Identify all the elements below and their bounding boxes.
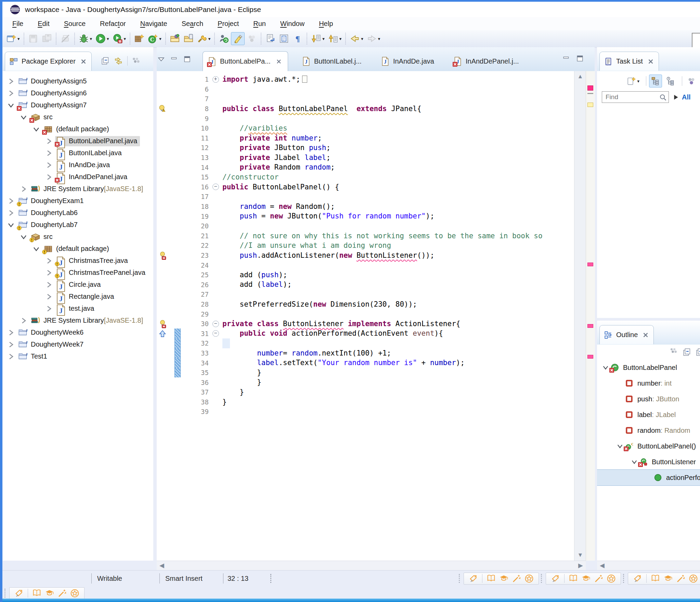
- overview-marker-pinksq[interactable]: [587, 85, 593, 91]
- chevron-right-icon[interactable]: [8, 198, 14, 204]
- code-text[interactable]: [222, 94, 230, 104]
- code-text[interactable]: private JLabel label;: [222, 153, 230, 163]
- tree-item-doughertylab7[interactable]: JDoughertyLab7: [3, 219, 153, 231]
- tree-item-rectangle-java[interactable]: JRectangle.java: [3, 291, 153, 303]
- tree-item-body[interactable]: Jtest.java: [55, 304, 97, 314]
- fold-column[interactable]: −: [209, 330, 222, 337]
- tree-item-jre-system-library[interactable]: JRE System Library [JavaSE-1.8]: [3, 183, 153, 195]
- new-wizard-button[interactable]: ▾: [5, 32, 21, 45]
- chevron-right-icon[interactable]: [8, 353, 14, 360]
- tree-item-body[interactable]: JInAndDe.java: [55, 160, 113, 170]
- code-text[interactable]: push = new JButton("Push for random numb…: [222, 211, 230, 221]
- tree-item-body[interactable]: JButtonILabel.java: [55, 148, 125, 158]
- tree-item-inanddepanel-java[interactable]: JInAndDePanel.java: [3, 171, 153, 183]
- code-text[interactable]: [222, 338, 230, 348]
- dropdown-arrow-icon[interactable]: ▾: [90, 36, 92, 41]
- code-text[interactable]: [222, 84, 230, 94]
- outline-item-buttonlistener[interactable]: ButtonListener: [597, 454, 700, 470]
- save-all-button[interactable]: [40, 32, 53, 45]
- graduation-cap-icon[interactable]: [581, 574, 591, 583]
- dropdown-arrow-icon[interactable]: ▾: [637, 79, 639, 84]
- expand-arrow-icon[interactable]: [674, 94, 678, 100]
- mark-occurrences-button[interactable]: [231, 32, 245, 45]
- chevron-right-icon[interactable]: [46, 174, 52, 180]
- tree-item-doughertyexam1[interactable]: JDoughertyExam1: [3, 195, 153, 207]
- tag-icon[interactable]: [469, 574, 478, 583]
- code-text[interactable]: [222, 221, 230, 231]
- open-element-button[interactable]: [277, 32, 290, 45]
- new-task-button[interactable]: ▾: [625, 75, 641, 88]
- editor-tab-inanddepanelj[interactable]: JInAndDePanel.j...: [449, 51, 524, 71]
- tree-item-body[interactable]: JDoughertyLab6: [17, 208, 80, 218]
- tree-item-inandde-java[interactable]: JInAndDe.java: [3, 159, 153, 171]
- outline-item-push[interactable]: push : JButton: [597, 391, 700, 407]
- tree-item-body[interactable]: JChristmasTree.java: [55, 256, 131, 266]
- tree-item-body[interactable]: (default package): [42, 124, 112, 134]
- tree-item--default-package-[interactable]: (default package): [3, 243, 153, 255]
- code-text[interactable]: [222, 407, 230, 417]
- book-icon[interactable]: [651, 574, 660, 583]
- code-text[interactable]: }: [222, 368, 230, 378]
- tree-item-body[interactable]: JInAndDePanel.java: [55, 172, 130, 182]
- menu-window[interactable]: Window: [273, 18, 312, 29]
- minimize-icon[interactable]: [170, 55, 179, 64]
- tree-item-src[interactable]: src: [3, 111, 153, 123]
- outline-item-buttonlabelpanel[interactable]: ButtonLabelPanel: [597, 360, 700, 375]
- tree-item-doughertyassign5[interactable]: JDoughertyAssign5: [3, 75, 153, 87]
- outline-item-random[interactable]: random : Random: [597, 423, 700, 438]
- chevron-right-icon[interactable]: [46, 162, 52, 169]
- dropdown-arrow-icon[interactable]: ▾: [361, 36, 363, 41]
- tree-item-src[interactable]: src: [3, 231, 153, 243]
- wand-icon[interactable]: [57, 589, 67, 598]
- star-circle-icon[interactable]: [524, 574, 534, 583]
- code-text[interactable]: add (push);: [222, 270, 230, 280]
- code-text[interactable]: }: [222, 387, 230, 397]
- chevron-right-icon[interactable]: [20, 317, 27, 324]
- tree-item-body[interactable]: JDoughertyLab7: [17, 220, 80, 230]
- scroll-right-icon[interactable]: ▶: [575, 561, 586, 571]
- err-bulb-icon[interactable]: [157, 251, 173, 260]
- fold-expand-icon[interactable]: +: [212, 76, 219, 83]
- outline-item-number[interactable]: number : int: [597, 375, 700, 391]
- tree-item-body[interactable]: JDoughertyWeek6: [17, 327, 86, 338]
- menu-dots-icon[interactable]: [131, 57, 142, 64]
- menu-source[interactable]: Source: [57, 18, 93, 29]
- tree-item--default-package-[interactable]: (default package): [3, 123, 153, 135]
- editor-tab-buttonilabelj[interactable]: JButtonILabel.j...: [297, 51, 367, 71]
- debug-button[interactable]: ▾: [77, 32, 94, 45]
- next-annotation-button[interactable]: ▾: [310, 32, 326, 45]
- code-text[interactable]: label.setText("Your random number is" + …: [222, 358, 230, 368]
- chevron-right-icon[interactable]: [8, 329, 14, 336]
- tree-item-body[interactable]: src: [30, 112, 55, 122]
- save-button[interactable]: [27, 32, 40, 45]
- quick-access-box-partial[interactable]: [692, 33, 700, 48]
- book-icon[interactable]: [487, 574, 496, 583]
- outline-item-label[interactable]: label : JLabel: [597, 407, 700, 423]
- fold-column[interactable]: +: [209, 76, 222, 83]
- close-icon[interactable]: [80, 58, 87, 65]
- code-text[interactable]: public void actionPerformed(ActionEvent …: [222, 329, 230, 338]
- tree-item-jre-system-library[interactable]: JRE System Library [JavaSE-1.8]: [3, 315, 153, 326]
- outline-item-actionperformed-actionevent-[interactable]: actionPerformed(ActionEvent): [597, 470, 700, 485]
- code-text[interactable]: private JButton push;: [222, 143, 230, 153]
- run-button[interactable]: ▾: [94, 32, 111, 45]
- code-text[interactable]: private int number;: [222, 133, 230, 143]
- graduation-cap-icon[interactable]: [499, 574, 508, 583]
- chevron-down-icon[interactable]: [631, 459, 637, 465]
- code-text[interactable]: [222, 309, 230, 319]
- wand-icon[interactable]: [512, 574, 521, 583]
- code-text[interactable]: push.addActionListener(new ButtonListene…: [222, 251, 230, 260]
- graduation-cap-icon[interactable]: [45, 589, 54, 598]
- tree-item-body[interactable]: JDoughertyExam1: [17, 196, 87, 206]
- tree-item-body[interactable]: JDoughertyAssign6: [17, 88, 89, 98]
- panel-horizontal-scrollbar[interactable]: ◀: [597, 561, 700, 571]
- tree-item-body[interactable]: JRE System Library [JavaSE-1.8]: [30, 184, 146, 194]
- code-text[interactable]: // not sure on why this is not working s…: [222, 231, 230, 241]
- wand-icon[interactable]: [594, 574, 603, 583]
- overview-marker-gline[interactable]: [587, 93, 593, 94]
- tree-item-christmastree-java[interactable]: JChristmasTree.java: [3, 255, 153, 267]
- prev-annotation-button[interactable]: ▾: [327, 32, 343, 45]
- tree-item-test-java[interactable]: Jtest.java: [3, 303, 153, 315]
- dropdown-arrow-icon[interactable]: ▾: [159, 36, 161, 41]
- code-text[interactable]: random = new Random();: [222, 202, 230, 212]
